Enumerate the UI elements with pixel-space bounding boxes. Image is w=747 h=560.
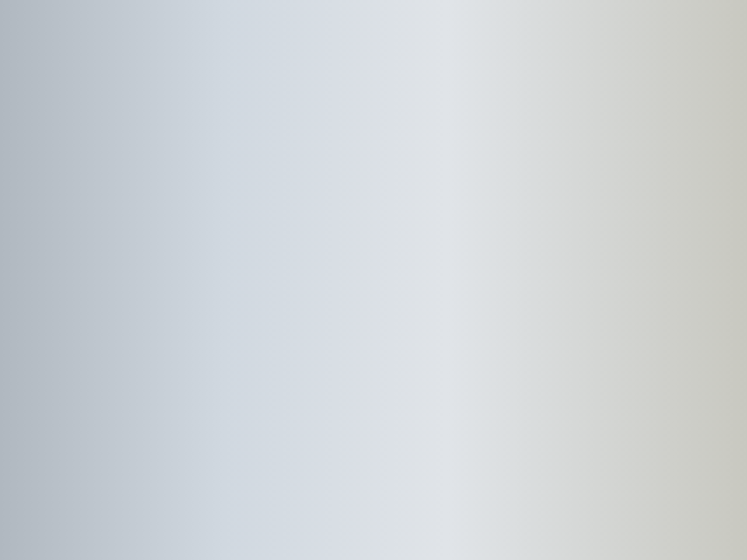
background-overlay	[0, 0, 747, 560]
